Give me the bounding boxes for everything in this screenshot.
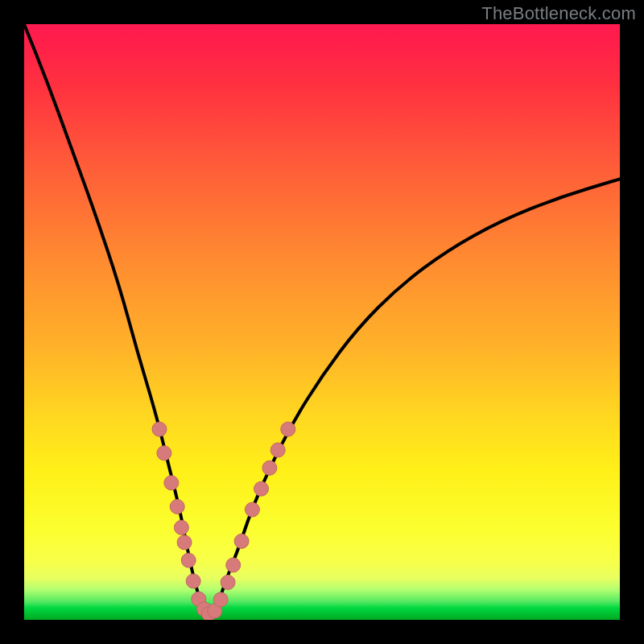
curve-marker: [234, 534, 249, 548]
curve-marker: [181, 553, 196, 568]
curve-marker: [174, 520, 188, 535]
curve-marker: [177, 535, 192, 550]
curve-group: [24, 24, 620, 613]
curve-marker: [281, 422, 295, 436]
chart-svg: [24, 24, 620, 620]
curve-marker: [157, 446, 171, 460]
plot-area: [24, 24, 620, 620]
curve-marker: [213, 592, 228, 607]
chart-frame: TheBottleneck.com: [0, 0, 644, 644]
curve-marker: [262, 460, 277, 475]
curve-marker: [270, 443, 285, 457]
curve-marker: [152, 422, 167, 436]
curve-marker: [164, 476, 179, 490]
curve-marker: [221, 575, 235, 589]
curve-marker: [170, 499, 184, 514]
curve-marker: [254, 481, 269, 496]
curve-marker: [226, 558, 241, 572]
watermark-text: TheBottleneck.com: [481, 3, 636, 24]
curve-marker: [245, 502, 259, 517]
bottleneck-curve: [24, 24, 620, 613]
curve-marker: [186, 574, 200, 588]
